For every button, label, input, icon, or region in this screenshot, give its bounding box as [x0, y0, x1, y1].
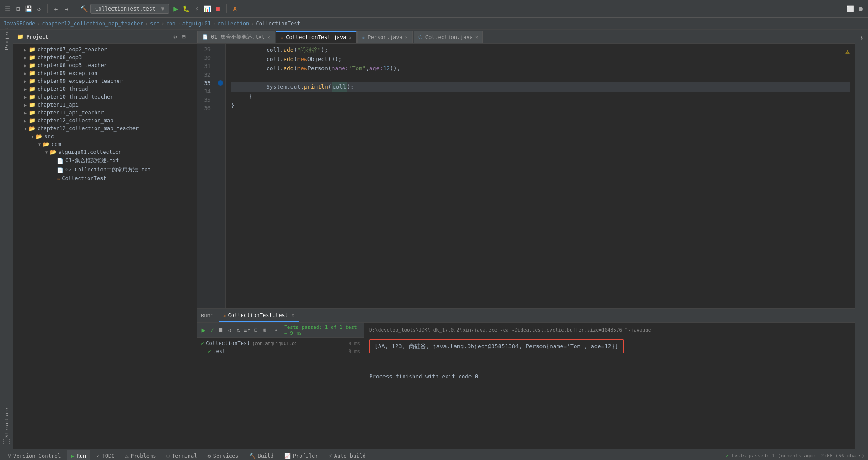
breadcrumb-com[interactable]: com — [166, 21, 176, 27]
tab-txt[interactable]: 📄 01-集合框架概述.txt ✕ — [197, 31, 275, 43]
run-button[interactable]: ▶ — [172, 5, 180, 13]
record-icon[interactable]: ⏺ — [857, 5, 864, 13]
run-item-label: CollectionTest — [206, 340, 250, 346]
tests-passed-summary: Tests passed: 1 of 1 test – 9 ms — [284, 324, 358, 336]
tree-item-txt2[interactable]: 📄 02-Collection中的常用方法.txt — [15, 165, 195, 175]
folder-icon: 📁 — [29, 70, 36, 76]
structure-sidebar-toggle[interactable]: Structure — [2, 418, 11, 428]
sort2-icon[interactable]: ≡↑ — [244, 326, 251, 335]
services-tab[interactable]: ⚙ Services — [204, 450, 243, 460]
debug-button[interactable]: 🐛 — [182, 5, 190, 13]
run-output: D:\develop_tools\JDK\jdk_17.0.2\bin\java… — [364, 323, 855, 449]
build-tab[interactable]: 🔨 Build — [245, 450, 278, 460]
auto-build-tab[interactable]: ⚡ Auto-build — [324, 450, 370, 460]
project-settings-icon[interactable]: ⚙ — [174, 33, 177, 40]
breadcrumb-chapter12[interactable]: chapter12_collection_map_teacher — [42, 21, 143, 27]
arrow-icon: ▼ — [36, 142, 43, 147]
version-control-tab[interactable]: ⑂ Version Control — [4, 450, 65, 460]
check-icon: ✓ — [208, 348, 211, 354]
text-icon[interactable]: A — [231, 5, 239, 13]
code-token: out. — [290, 82, 304, 92]
tree-item-chapter07[interactable]: ▶ 📁 chapter07_oop2_teacher — [15, 46, 195, 53]
run-item-collectiontest[interactable]: ✓ CollectionTest (com.atguigu01.cc 9 ms — [199, 339, 362, 347]
tree-item-chapter11[interactable]: ▶ 📁 chapter11_api — [15, 101, 195, 109]
tree-item-chapter08[interactable]: ▶ 📁 chapter08_oop3 — [15, 53, 195, 61]
tab-person[interactable]: ☕ Person.java ✕ — [357, 31, 413, 43]
forward-icon[interactable]: → — [63, 5, 71, 13]
code-editor[interactable]: coll.add("尚硅谷"); coll.add(new Object());… — [226, 44, 855, 308]
stop-button[interactable]: ■ — [214, 5, 222, 13]
project-sidebar-toggle[interactable]: Project — [2, 33, 11, 43]
tree-item-chapter11t[interactable]: ▶ 📁 chapter11_api_teacher — [15, 109, 195, 117]
tab-close-icon[interactable]: ✕ — [268, 35, 270, 39]
dots-icon[interactable]: ⋮⋮ — [0, 438, 13, 445]
run-toolbar-tab[interactable]: ▶ Run — [67, 450, 90, 460]
more-icon[interactable]: » — [272, 327, 280, 333]
folder-icon: 📁 — [29, 118, 36, 124]
close-panel-icon[interactable]: — — [190, 33, 193, 40]
save-icon[interactable]: 💾 — [25, 5, 32, 13]
run-tab[interactable]: ☕ CollectionTest.test ✕ — [219, 310, 299, 322]
breakpoint-indicator[interactable] — [218, 80, 223, 86]
rerun-icon[interactable]: ↺ — [226, 326, 233, 335]
breadcrumb-javascode[interactable]: JavaSECode — [4, 21, 35, 27]
window-controls[interactable]: ⬜ — [846, 5, 854, 13]
profile-button[interactable]: 📊 — [204, 5, 211, 13]
right-icon-1[interactable]: ❯ — [860, 35, 863, 41]
breadcrumb-collection[interactable]: collection — [218, 21, 249, 27]
tab-close-icon[interactable]: ✕ — [292, 313, 294, 317]
tree-item-src[interactable]: ▼ 📂 src — [15, 132, 195, 140]
tree-item-chapter08t[interactable]: ▶ 📁 chapter08_oop3_teacher — [15, 61, 195, 69]
coverage-button[interactable]: ⚡ — [193, 5, 201, 13]
folder-icon: 📁 — [29, 78, 36, 84]
code-line-30: coll.add(new Object()); — [231, 55, 850, 64]
tree-item-txt1[interactable]: 📄 01-集合框架概述.txt — [15, 156, 195, 165]
cursor-icon: | — [369, 359, 373, 368]
output-cmd-line: D:\develop_tools\JDK\jdk_17.0.2\bin\java… — [369, 326, 850, 334]
run-item-test[interactable]: ✓ test 9 ms — [199, 347, 362, 355]
arrow-icon: ▶ — [22, 79, 29, 84]
tree-item-collectiontest[interactable]: ☕ CollectionTest — [15, 175, 195, 182]
tree-item-chapter09[interactable]: ▶ 📁 chapter09_exception — [15, 69, 195, 77]
profiler-tab[interactable]: 📈 Profiler — [280, 450, 323, 460]
terminal-tab[interactable]: ⊞ Terminal — [162, 450, 201, 460]
back-icon[interactable]: ← — [52, 5, 60, 13]
refresh-icon[interactable]: ↺ — [35, 5, 43, 13]
status-tests-passed: ✓ Tests passed: 1 (moments ago) — [725, 453, 815, 459]
play-button[interactable]: ▶ — [200, 326, 207, 335]
tab-close-icon[interactable]: ✕ — [349, 35, 352, 40]
project-header: 📁 Project ⚙ ⊟ — — [13, 30, 197, 44]
align-icon[interactable]: ⊟ — [253, 326, 260, 335]
tree-item-atguigu01[interactable]: ▼ 📂 atguigu01.collection — [15, 148, 195, 156]
tab-collection[interactable]: ⬡ Collection.java ✕ — [414, 31, 483, 43]
java-icon: ☕ — [57, 175, 60, 182]
tree-item-chapter12[interactable]: ▶ 📁 chapter12_collection_map — [15, 117, 195, 125]
tree-item-com[interactable]: ▼ 📂 com — [15, 140, 195, 148]
stop-run-icon[interactable]: ⏹ — [218, 326, 225, 335]
breadcrumb-atguigu01[interactable]: atguigu01 — [182, 21, 211, 27]
project-title: Project — [26, 34, 49, 40]
tab-close-icon[interactable]: ✕ — [405, 35, 408, 39]
sort-icon[interactable]: ⇅ — [235, 326, 242, 335]
tree-item-chapter10t[interactable]: ▶ 📁 chapter10_thread_teacher — [15, 93, 195, 101]
arrow-icon: ▶ — [22, 71, 29, 76]
run-item-label: test — [213, 348, 225, 354]
menu-icon[interactable]: ☰ — [4, 5, 11, 13]
tree-item-chapter12t[interactable]: ▼ 📂 chapter12_collection_map_teacher — [15, 125, 195, 132]
todo-tab[interactable]: ✓ TODO — [92, 450, 119, 460]
tree-item-chapter10[interactable]: ▶ 📁 chapter10_thread — [15, 85, 195, 93]
tab-close-icon[interactable]: ✕ — [475, 35, 478, 39]
tab-label: Auto-build — [334, 453, 366, 459]
breadcrumb-src[interactable]: src — [150, 21, 160, 27]
tree-item-chapter09t[interactable]: ▶ 📁 chapter09_exception_teacher — [15, 77, 195, 85]
tab-collectiontest[interactable]: ☕ CollectionTest.java ✕ — [276, 31, 357, 43]
problems-tab[interactable]: ⚠ Problems — [121, 450, 160, 460]
run-config-selector[interactable]: CollectionTest.test ▼ — [90, 4, 169, 14]
code-token: ( — [328, 82, 332, 92]
grid-icon[interactable]: ⊞ — [14, 5, 22, 13]
output-cursor-line: | — [369, 359, 850, 368]
align2-icon[interactable]: ⊞ — [261, 326, 268, 335]
build-icon[interactable]: 🔨 — [80, 5, 88, 13]
collapse-icon[interactable]: ⊟ — [182, 33, 186, 40]
breadcrumb-collectiontest[interactable]: CollectionTest — [256, 21, 300, 27]
